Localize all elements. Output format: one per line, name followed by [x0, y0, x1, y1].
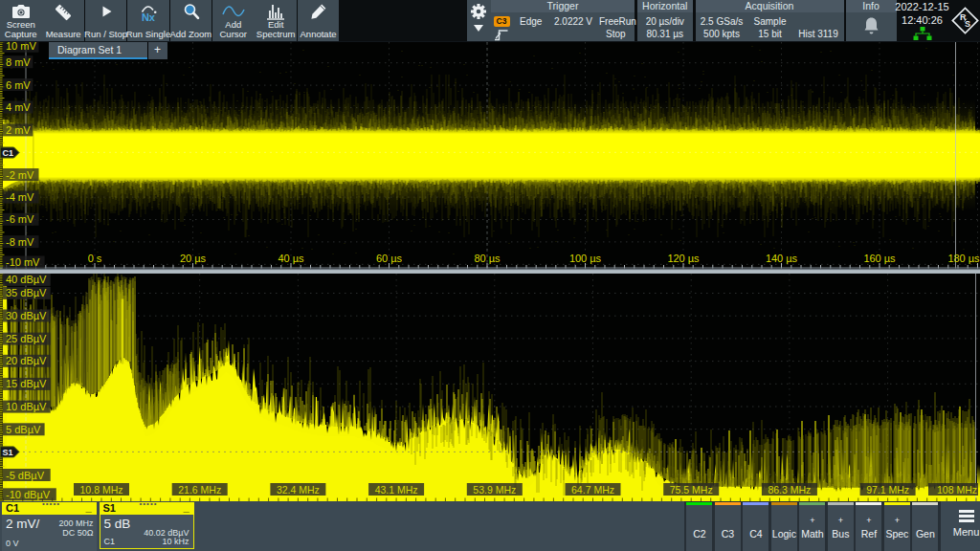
svg-text:32.4 MHz: 32.4 MHz — [277, 483, 320, 495]
svg-text:30 dBµV: 30 dBµV — [6, 310, 47, 321]
svg-text:21.6 MHz: 21.6 MHz — [178, 483, 221, 495]
svg-text:-6 mV: -6 mV — [6, 213, 34, 225]
svg-text:-10 dBµV: -10 dBµV — [6, 488, 51, 499]
svg-text:100 µs: 100 µs — [569, 253, 602, 264]
svg-text:2 mV: 2 mV — [6, 124, 31, 136]
svg-text:-5 dBµV: -5 dBµV — [6, 469, 45, 480]
svg-text:80 µs: 80 µs — [474, 253, 501, 264]
svg-text:140 µs: 140 µs — [766, 253, 798, 264]
svg-text:160 µs: 160 µs — [863, 253, 896, 264]
svg-text:6 mV: 6 mV — [6, 79, 31, 91]
svg-text:-10 mV: -10 mV — [6, 256, 40, 268]
svg-text:35 dBµV: 35 dBµV — [6, 287, 47, 298]
svg-text:-4 mV: -4 mV — [6, 191, 34, 203]
svg-text:53.9 MHz: 53.9 MHz — [473, 483, 516, 495]
svg-text:60 µs: 60 µs — [376, 253, 403, 264]
svg-text:S1: S1 — [3, 447, 13, 456]
svg-text:20 dBµV: 20 dBµV — [6, 355, 47, 366]
svg-text:10 mV: 10 mV — [6, 42, 36, 52]
svg-text:86.3 MHz: 86.3 MHz — [768, 483, 811, 495]
svg-text:-8 mV: -8 mV — [6, 236, 34, 248]
svg-text:S: S — [965, 19, 970, 29]
svg-text:75.5 MHz: 75.5 MHz — [670, 483, 713, 495]
svg-text:10.8 MHz: 10.8 MHz — [80, 483, 123, 495]
svg-text:C1: C1 — [3, 148, 14, 158]
svg-text:10 dBµV: 10 dBµV — [6, 401, 47, 412]
svg-text:108 MHz: 108 MHz — [937, 483, 977, 495]
svg-text:40 µs: 40 µs — [278, 253, 304, 264]
svg-text:120 µs: 120 µs — [667, 253, 700, 264]
svg-text:0 s: 0 s — [88, 253, 102, 264]
svg-text:64.7 MHz: 64.7 MHz — [571, 483, 614, 495]
svg-text:8 mV: 8 mV — [6, 56, 31, 68]
svg-text:20 µs: 20 µs — [180, 253, 207, 264]
svg-text:15 dBµV: 15 dBµV — [6, 378, 47, 389]
svg-text:97.1 MHz: 97.1 MHz — [866, 483, 909, 495]
svg-text:180 µs: 180 µs — [947, 253, 980, 264]
svg-text:5 dBµV: 5 dBµV — [6, 423, 41, 434]
svg-text:40 dBµV: 40 dBµV — [6, 274, 47, 285]
svg-text:43.1 MHz: 43.1 MHz — [375, 483, 418, 495]
svg-text:4 mV: 4 mV — [6, 101, 31, 113]
svg-text:25 dBµV: 25 dBµV — [6, 333, 47, 344]
svg-text:-2 mV: -2 mV — [6, 169, 34, 181]
